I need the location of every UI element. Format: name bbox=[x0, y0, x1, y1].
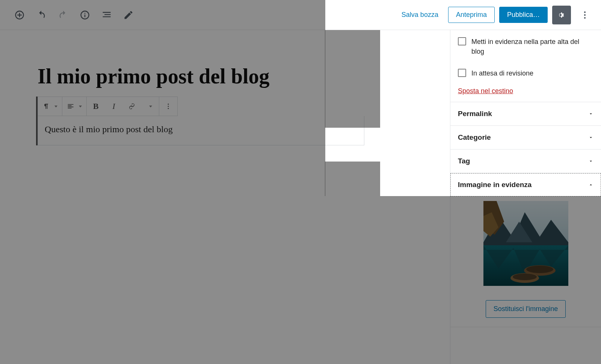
pilcrow-icon bbox=[42, 103, 50, 110]
preview-button[interactable]: Anteprima bbox=[448, 7, 495, 23]
status-visibility-panel: Metti in evidenza nella parte alta del b… bbox=[450, 30, 601, 102]
pending-review-label: In attesa di revisione bbox=[471, 68, 533, 78]
header-right: Salva bozza Anteprima Pubblica… bbox=[396, 6, 601, 24]
bold-button[interactable]: B bbox=[87, 97, 105, 116]
settings-button[interactable] bbox=[552, 6, 571, 24]
more-options-button[interactable] bbox=[575, 6, 594, 24]
svg-point-1 bbox=[584, 14, 586, 15]
block-type-button[interactable] bbox=[38, 97, 62, 116]
featured-image-label: Immagine in evidenza bbox=[458, 181, 532, 189]
add-block-button[interactable] bbox=[11, 6, 29, 24]
chevron-up-icon bbox=[588, 182, 593, 187]
chevron-down-icon bbox=[588, 135, 593, 140]
svg-point-3 bbox=[168, 104, 169, 105]
link-icon bbox=[128, 103, 136, 110]
svg-point-0 bbox=[584, 11, 586, 13]
undo-icon bbox=[36, 10, 47, 20]
caret-down-icon bbox=[149, 106, 152, 107]
list-stagger-icon bbox=[101, 10, 112, 20]
stick-top-label: Metti in evidenza nella parte alta del b… bbox=[471, 37, 593, 56]
svg-point-4 bbox=[168, 106, 169, 107]
tags-accordion[interactable]: Tag bbox=[450, 150, 601, 173]
header-left bbox=[0, 6, 137, 24]
settings-sidebar: Metti in evidenza nella parte alta del b… bbox=[450, 30, 601, 364]
svg-point-14 bbox=[526, 266, 553, 273]
caret-down-icon bbox=[79, 106, 82, 107]
content-info-button[interactable] bbox=[76, 6, 94, 24]
align-left-icon bbox=[67, 103, 74, 110]
stick-top-checkbox[interactable] bbox=[458, 37, 466, 45]
pencil-icon bbox=[123, 10, 134, 20]
categories-accordion[interactable]: Categorie bbox=[450, 126, 601, 150]
chevron-down-icon bbox=[588, 159, 593, 164]
stick-top-row: Metti in evidenza nella parte alta del b… bbox=[458, 37, 593, 56]
align-button[interactable] bbox=[62, 97, 86, 116]
gear-icon bbox=[557, 10, 566, 20]
dots-vertical-icon bbox=[580, 10, 590, 20]
info-icon bbox=[80, 10, 90, 20]
save-draft-button[interactable]: Salva bozza bbox=[396, 7, 444, 23]
paragraph-input[interactable]: Questo è il mio primo post del blog bbox=[38, 116, 364, 145]
more-format-button[interactable] bbox=[141, 97, 159, 116]
featured-image-accordion[interactable]: Immagine in evidenza bbox=[450, 173, 601, 196]
publish-button[interactable]: Pubblica… bbox=[499, 7, 548, 23]
editor-header: Salva bozza Anteprima Pubblica… bbox=[0, 0, 601, 30]
editor-canvas: Il mio primo post del blog B bbox=[0, 30, 380, 364]
block-navigation-button[interactable] bbox=[98, 6, 116, 24]
paragraph-block: B I Questo è il mio primo post del blog bbox=[38, 97, 343, 145]
block-accent bbox=[36, 97, 38, 145]
svg-point-2 bbox=[584, 17, 586, 18]
link-button[interactable] bbox=[123, 97, 141, 116]
featured-image-thumbnail[interactable] bbox=[483, 201, 568, 286]
caret-down-icon bbox=[54, 106, 57, 107]
post-title[interactable]: Il mio primo post del blog bbox=[38, 64, 343, 89]
featured-image-body: Sostituisci l'immagine bbox=[450, 196, 601, 327]
undo-button[interactable] bbox=[32, 6, 50, 24]
permalink-label: Permalink bbox=[458, 110, 492, 118]
categories-label: Categorie bbox=[458, 133, 491, 142]
block-toolbar: B I bbox=[38, 97, 178, 116]
pending-review-checkbox[interactable] bbox=[458, 69, 466, 77]
app: Salva bozza Anteprima Pubblica… Il mio p… bbox=[0, 0, 601, 364]
edit-button[interactable] bbox=[119, 6, 137, 24]
pending-review-row: In attesa di revisione bbox=[458, 68, 593, 78]
permalink-accordion[interactable]: Permalink bbox=[450, 102, 601, 126]
redo-icon bbox=[58, 10, 68, 20]
plus-circle-icon bbox=[14, 10, 25, 20]
svg-point-16 bbox=[513, 273, 537, 280]
redo-button[interactable] bbox=[54, 6, 72, 24]
replace-image-button[interactable]: Sostituisci l'immagine bbox=[486, 300, 566, 318]
italic-button[interactable]: I bbox=[105, 97, 123, 116]
move-to-trash-link[interactable]: Sposta nel cestino bbox=[458, 87, 513, 95]
chevron-down-icon bbox=[588, 111, 593, 116]
dots-vertical-icon bbox=[165, 103, 172, 110]
tags-label: Tag bbox=[458, 157, 470, 165]
svg-point-5 bbox=[168, 108, 169, 109]
block-more-button[interactable] bbox=[159, 97, 177, 116]
